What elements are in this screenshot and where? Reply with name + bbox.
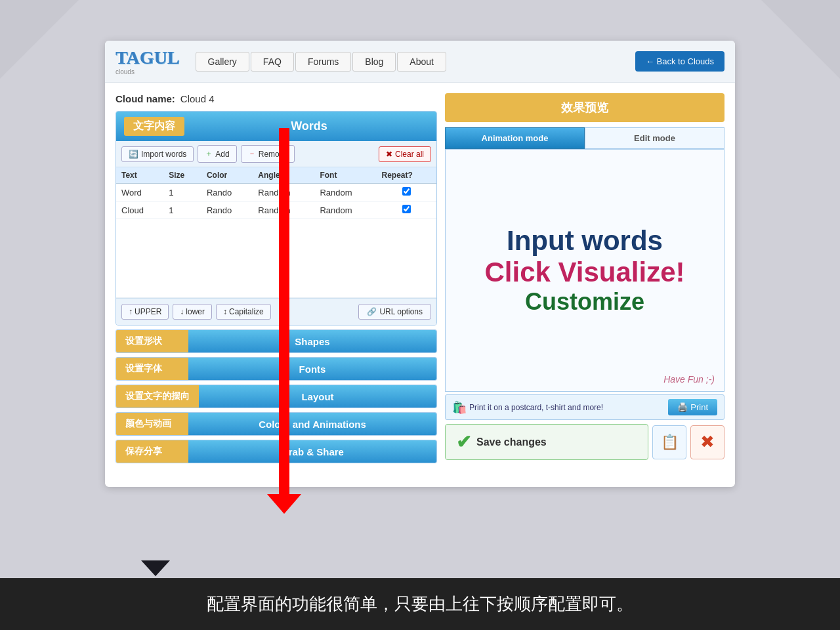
- upper-case-button[interactable]: ↑ UPPER: [121, 304, 169, 320]
- print-row: 🛍️ Print it on a postcard, t-shirt and m…: [445, 394, 724, 420]
- words-header-title: Words: [190, 119, 429, 133]
- word-size-1[interactable]: 1: [163, 201, 201, 219]
- checkmark-icon: ✔: [456, 431, 471, 453]
- logo: TAGUL clouds: [116, 47, 180, 75]
- cap-icon: ↕: [223, 307, 227, 316]
- word-font-1[interactable]: Random: [314, 201, 376, 219]
- cloud-name-value: Cloud 4: [180, 93, 215, 104]
- section-shapes-en: Shapes: [188, 330, 436, 352]
- word-color-1[interactable]: Rando: [201, 201, 253, 219]
- preview-line-3: Customize: [525, 288, 644, 316]
- edit-mode-tab[interactable]: Edit mode: [585, 127, 724, 149]
- word-text-1[interactable]: Cloud: [116, 201, 163, 219]
- word-color-0[interactable]: Rando: [201, 184, 253, 201]
- words-panel: 文字内容 Words 🔄 Import words ＋ Add －: [116, 111, 437, 326]
- word-repeat-1[interactable]: [376, 201, 436, 219]
- col-font: Font: [314, 167, 376, 184]
- section-colors-cn: 颜色与动画: [116, 413, 188, 435]
- section-colors-en: Colors and Animations: [188, 413, 436, 435]
- col-color: Color: [201, 167, 253, 184]
- words-header-cn: 文字内容: [124, 117, 184, 136]
- lower-case-button[interactable]: ↓ lower: [173, 304, 212, 320]
- section-share-cn: 保存分享: [116, 440, 188, 463]
- preview-area: Input words Click Visualize! Customize H…: [445, 149, 724, 392]
- animation-mode-tab[interactable]: Animation mode: [445, 127, 585, 149]
- url-icon: 🔗: [367, 307, 377, 316]
- section-fonts-en: Fonts: [188, 358, 436, 380]
- clear-all-button[interactable]: ✖ Clear all: [379, 146, 431, 162]
- right-panel: 效果预览 Animation mode Edit mode Input word…: [445, 93, 724, 463]
- copy-button[interactable]: 📋: [652, 425, 686, 459]
- cloud-name-label: Cloud name:: [116, 93, 175, 104]
- preview-button[interactable]: 效果预览: [445, 93, 724, 122]
- url-options-button[interactable]: 🔗 URL options: [358, 304, 431, 320]
- nav-bar: TAGUL clouds Gallery FAQ Forums Blog Abo…: [105, 41, 735, 83]
- empty-row: [116, 219, 436, 298]
- add-word-button[interactable]: ＋ Add: [198, 145, 236, 163]
- bottom-bar: 配置界面的功能很简单，只要由上往下按顺序配置即可。: [0, 578, 840, 630]
- section-colors[interactable]: 颜色与动画 Colors and Animations: [116, 412, 437, 436]
- section-shapes-cn: 设置形状: [116, 330, 188, 352]
- upper-icon: ↑: [129, 307, 133, 316]
- col-size: Size: [163, 167, 201, 184]
- table-row: Word 1 Rando Random Random: [116, 184, 436, 201]
- word-font-0[interactable]: Random: [314, 184, 376, 201]
- left-panel: Cloud name: Cloud 4 文字内容 Words 🔄 Import …: [116, 93, 437, 463]
- logo-text: TAGUL: [116, 47, 180, 68]
- action-row: ✔ Save changes 📋 ✖: [445, 424, 724, 460]
- save-changes-button[interactable]: ✔ Save changes: [445, 424, 648, 460]
- copy-icon: 📋: [661, 434, 679, 451]
- section-fonts-cn: 设置字体: [116, 358, 188, 380]
- print-button[interactable]: 🖨️ Print: [668, 399, 717, 415]
- words-table: Text Size Color Angle Font Repeat? Word: [116, 167, 436, 298]
- content-area: Cloud name: Cloud 4 文字内容 Words 🔄 Import …: [105, 83, 735, 474]
- print-icon-btn: 🖨️: [677, 402, 688, 412]
- nav-forums[interactable]: Forums: [295, 52, 351, 72]
- section-layout-en: Layout: [199, 385, 436, 408]
- print-postcard-icon: 🛍️: [452, 400, 467, 415]
- words-header: 文字内容 Words: [116, 112, 436, 141]
- nav-gallery[interactable]: Gallery: [196, 52, 249, 72]
- nav-about[interactable]: About: [397, 52, 446, 72]
- mode-tabs: Animation mode Edit mode: [445, 127, 724, 149]
- preview-line-1: Input words: [507, 225, 663, 257]
- section-layout-cn: 设置文字的摆向: [116, 385, 199, 408]
- red-arrow: [279, 128, 289, 495]
- preview-line-2: Click Visualize!: [484, 257, 684, 288]
- cloud-name-row: Cloud name: Cloud 4: [116, 93, 437, 104]
- section-share-en: Grab & Share: [188, 440, 436, 463]
- nav-blog[interactable]: Blog: [352, 52, 396, 72]
- col-repeat: Repeat?: [376, 167, 436, 184]
- bottom-toolbar: ↑ UPPER ↓ lower ↕ Capitalize 🔗 URL optio…: [116, 298, 436, 325]
- nav-links: Gallery FAQ Forums Blog About: [196, 52, 635, 72]
- import-words-button[interactable]: 🔄 Import words: [121, 146, 194, 162]
- preview-btn-row: 效果预览: [445, 93, 724, 122]
- words-table-area: Text Size Color Angle Font Repeat? Word: [116, 167, 436, 298]
- section-fonts[interactable]: 设置字体 Fonts: [116, 357, 437, 381]
- section-layout[interactable]: 设置文字的摆向 Layout: [116, 385, 437, 408]
- section-share[interactable]: 保存分享 Grab & Share: [116, 440, 437, 463]
- preview-fun-text: Have Fun ;-): [663, 374, 715, 385]
- remove-icon: －: [248, 148, 256, 159]
- word-repeat-0[interactable]: [376, 184, 436, 201]
- capitalize-button[interactable]: ↕ Capitalize: [216, 304, 271, 320]
- logo-sub: clouds: [116, 68, 180, 75]
- word-text-0[interactable]: Word: [116, 184, 163, 201]
- word-size-0[interactable]: 1: [163, 184, 201, 201]
- nav-faq[interactable]: FAQ: [251, 52, 294, 72]
- lower-icon: ↓: [180, 307, 184, 316]
- bottom-triangle: [141, 560, 170, 576]
- add-icon: ＋: [205, 148, 213, 159]
- words-toolbar: 🔄 Import words ＋ Add － Remove ✖ Clear: [116, 141, 436, 167]
- print-text: Print it on a postcard, t-shirt and more…: [469, 403, 665, 412]
- col-text: Text: [116, 167, 163, 184]
- delete-button[interactable]: ✖: [690, 425, 724, 459]
- import-icon: 🔄: [129, 150, 138, 159]
- clear-icon: ✖: [386, 150, 392, 159]
- section-shapes[interactable]: 设置形状 Shapes: [116, 329, 437, 353]
- back-to-clouds-button[interactable]: ← Back to Clouds: [635, 51, 724, 72]
- bottom-bar-text: 配置界面的功能很简单，只要由上往下按顺序配置即可。: [207, 594, 633, 614]
- delete-icon: ✖: [700, 432, 715, 452]
- table-row: Cloud 1 Rando Random Random: [116, 201, 436, 219]
